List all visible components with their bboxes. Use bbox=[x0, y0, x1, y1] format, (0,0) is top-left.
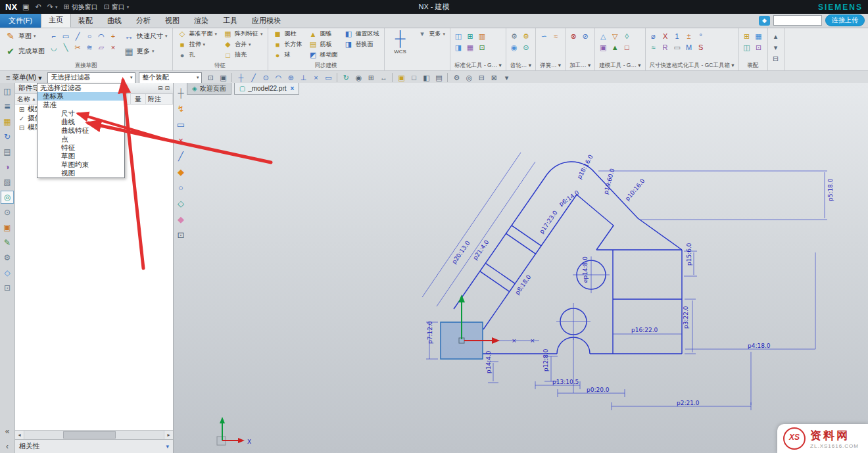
scrollbar-thumb[interactable] bbox=[63, 431, 116, 439]
dim-format-x-icon[interactable]: X bbox=[660, 31, 671, 41]
filter-option-2[interactable]: 基准 bbox=[37, 101, 124, 109]
modeling-tool-5-icon[interactable]: ▲ bbox=[610, 42, 620, 53]
save-icon[interactable]: ▣ bbox=[22, 3, 29, 11]
pattern-feature-button[interactable]: ▦阵列特征▾ bbox=[221, 29, 265, 39]
origin-tool-icon[interactable]: ┼ bbox=[174, 87, 187, 100]
half-section-icon[interactable]: ◧ bbox=[421, 72, 431, 83]
snap-center-icon[interactable]: ⊙ bbox=[260, 72, 271, 83]
filter-option-7[interactable]: 特征 bbox=[37, 143, 124, 152]
part-navigator-icon[interactable]: ▦ bbox=[1, 115, 14, 128]
sketch-more-button[interactable]: ▦更多▾ bbox=[121, 44, 170, 59]
rib-button[interactable]: ▤筋板 bbox=[306, 39, 340, 49]
materials-icon[interactable]: ◇ bbox=[1, 266, 14, 279]
zoom-icon[interactable]: ◉ bbox=[353, 72, 364, 83]
document-tab-0[interactable]: ◈欢迎页面 bbox=[187, 83, 231, 95]
wcs-icon[interactable]: ┼WCS bbox=[387, 29, 414, 55]
offset-region-button[interactable]: ◧偏置区域 bbox=[342, 29, 381, 39]
sphere-button[interactable]: ●球 bbox=[271, 50, 304, 60]
hole-button[interactable]: ●孔 bbox=[176, 50, 220, 60]
modeling-tool-4-icon[interactable]: ▣ bbox=[598, 42, 608, 53]
ribbon-tab-0[interactable]: 文件(F) bbox=[0, 14, 41, 28]
snap-perpendicular-icon[interactable]: ⊥ bbox=[298, 72, 308, 83]
arc-icon[interactable]: ◠ bbox=[96, 31, 107, 41]
web-browser-icon[interactable]: ◎ bbox=[1, 191, 14, 204]
modeling-tool-3-icon[interactable]: ◊ bbox=[621, 31, 632, 41]
circle-icon[interactable]: ○ bbox=[84, 31, 95, 41]
scroll-right-icon[interactable]: ▸ bbox=[164, 431, 173, 439]
navigator-column-2[interactable]: 量 bbox=[131, 94, 146, 104]
std-tool-2-icon[interactable]: ⊞ bbox=[465, 31, 475, 41]
panel-pin-icon[interactable]: ⊟ bbox=[158, 85, 163, 91]
pan-view-icon[interactable]: ↔ bbox=[378, 72, 389, 83]
ribbon-tab-6[interactable]: 渲染 bbox=[187, 14, 216, 28]
share-icon[interactable]: ◆ bbox=[759, 16, 770, 26]
dock-collapse-icon[interactable]: « bbox=[1, 425, 14, 438]
filter-option-0[interactable]: 无选择过滤器 bbox=[37, 83, 124, 92]
polygon-tool-icon[interactable]: ◇ bbox=[174, 197, 187, 210]
finish-sketch-button[interactable]: ✔完成草图 bbox=[3, 44, 47, 59]
ribbon-tab-7[interactable]: 工具 bbox=[216, 14, 245, 28]
assembly-tool-3-icon[interactable]: ◫ bbox=[742, 42, 752, 53]
notes-icon[interactable]: ✎ bbox=[1, 236, 14, 249]
snap-endpoint-icon[interactable]: ┼ bbox=[235, 72, 246, 83]
history-icon[interactable]: ⊙ bbox=[1, 206, 14, 219]
fillet-icon[interactable]: ◡ bbox=[49, 42, 59, 53]
general-selection-icon[interactable]: ▣ bbox=[218, 72, 228, 83]
snap-quadrant-icon[interactable]: × bbox=[310, 72, 321, 83]
dim-format-diameter-icon[interactable]: ⌀ bbox=[648, 31, 659, 41]
fit-window-icon[interactable]: ⊞ bbox=[366, 72, 376, 83]
rectangle-tool-icon[interactable]: ▭ bbox=[174, 118, 187, 131]
profile-icon[interactable]: ⌐ bbox=[49, 31, 59, 41]
selection-scope-combo[interactable]: 整个装配 ▾ bbox=[139, 72, 202, 83]
trim-icon[interactable]: ✂ bbox=[72, 42, 83, 53]
gear-tool-2-icon[interactable]: ⚙ bbox=[521, 31, 531, 41]
offset-curve-icon[interactable]: ≋ bbox=[84, 42, 95, 53]
constraint-navigator-icon[interactable]: ≣ bbox=[1, 100, 14, 113]
filter-option-1[interactable]: 坐标系 bbox=[37, 92, 124, 101]
modeling-tool-1-icon[interactable]: △ bbox=[598, 31, 608, 41]
datum-tool-icon[interactable]: ◆ bbox=[174, 166, 187, 179]
switch-window-button[interactable]: ⊞切换窗口 bbox=[63, 3, 97, 12]
window-menu-button[interactable]: ⊡窗口▾ bbox=[104, 3, 130, 12]
unite-button[interactable]: ◆合并▾ bbox=[221, 39, 265, 49]
layer-settings-icon[interactable]: ▤ bbox=[433, 72, 444, 83]
filter-option-8[interactable]: 草图 bbox=[37, 152, 124, 160]
dim-format-m-icon[interactable]: M bbox=[684, 42, 694, 53]
dim-format-box-icon[interactable]: ▭ bbox=[672, 42, 683, 53]
filter-option-9[interactable]: 草图约束 bbox=[37, 160, 124, 169]
pattern-curve-icon[interactable]: ▱ bbox=[96, 42, 107, 53]
line-tool-icon[interactable]: ╱ bbox=[174, 150, 187, 163]
ribbon-tab-1[interactable]: 主页 bbox=[41, 12, 71, 28]
horizontal-scrollbar[interactable]: ◂ ▸ bbox=[15, 430, 173, 439]
menu-button[interactable]: ≡ 菜单(M) ▾ bbox=[3, 73, 44, 82]
filter-option-3[interactable]: 尺寸 bbox=[37, 109, 124, 118]
std-tool-4-icon[interactable]: ◨ bbox=[453, 42, 464, 53]
render-style-icon[interactable]: ◎ bbox=[464, 72, 474, 83]
point-icon[interactable]: + bbox=[108, 31, 118, 41]
gear-tool-1-icon[interactable]: ⚙ bbox=[509, 31, 519, 41]
window-grid-icon[interactable]: ⊠ bbox=[489, 72, 499, 83]
spring-tool-1-icon[interactable]: ∽ bbox=[539, 31, 549, 41]
document-tab-1[interactable]: ▢_model22.prt× bbox=[234, 83, 300, 95]
modeling-tool-6-icon[interactable]: □ bbox=[621, 42, 632, 53]
ribbon-tab-2[interactable]: 装配 bbox=[71, 14, 100, 28]
filter-option-6[interactable]: 点 bbox=[37, 135, 124, 143]
shell-button[interactable]: □抽壳 bbox=[221, 50, 265, 60]
scrollbar-track[interactable] bbox=[24, 431, 164, 439]
assembly-tool-4-icon[interactable]: ⊡ bbox=[754, 42, 764, 53]
delete-tool-icon[interactable]: × bbox=[174, 134, 187, 147]
ribbon-tab-4[interactable]: 分析 bbox=[129, 14, 158, 28]
move-face-button[interactable]: ◩移动面 bbox=[306, 50, 340, 60]
dim-format-s-icon[interactable]: S bbox=[696, 42, 706, 53]
selection-filter-dropdown[interactable]: 无选择过滤器坐标系基准尺寸曲线曲线特征点特征草图草图约束视图 bbox=[37, 83, 125, 178]
panel-close-icon[interactable]: ⊡ bbox=[164, 85, 170, 91]
scope-filter-icon[interactable]: ⊡ bbox=[205, 72, 216, 83]
section-tool-icon[interactable]: ⊡ bbox=[174, 229, 187, 242]
assembly-navigator-icon[interactable]: ◫ bbox=[1, 85, 14, 98]
rectangle-icon[interactable]: ▭ bbox=[60, 31, 71, 41]
delete-curve-icon[interactable]: × bbox=[108, 42, 118, 53]
machining-tool-2-icon[interactable]: ⊘ bbox=[580, 31, 591, 41]
dim-format-pm-icon[interactable]: ± bbox=[684, 31, 694, 41]
sketch-viewport[interactable]: p7:12.0p20:13.0p21:4.0p8:18.0p17:23.0p6:… bbox=[174, 83, 868, 453]
hd3d-tools-icon[interactable]: ▤ bbox=[1, 145, 14, 158]
